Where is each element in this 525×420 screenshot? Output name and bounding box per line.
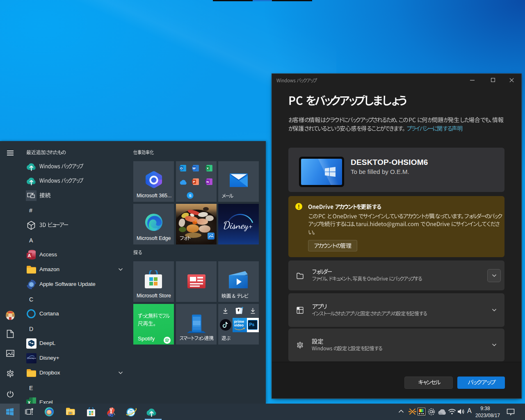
- svg-text:S: S: [189, 194, 191, 198]
- svg-text:W: W: [192, 167, 196, 170]
- svg-text:P: P: [193, 180, 195, 184]
- svg-text:A: A: [28, 253, 31, 258]
- svg-text:O: O: [180, 167, 183, 170]
- svg-text:N: N: [206, 180, 209, 184]
- svg-text:X: X: [206, 167, 209, 170]
